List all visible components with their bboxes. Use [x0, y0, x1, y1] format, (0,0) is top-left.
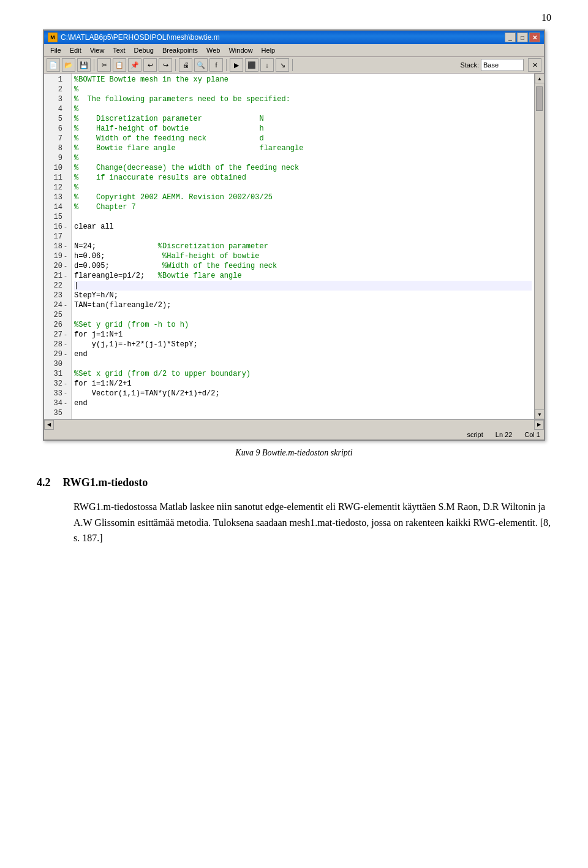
matlab-icon: M — [48, 32, 58, 42]
open-button[interactable]: 📂 — [62, 58, 75, 72]
menu-view[interactable]: View — [86, 45, 108, 55]
line-numbers: 12345678910111213141516-1718-19-20-21-22… — [44, 74, 72, 419]
code-line: % — [74, 183, 532, 192]
code-line: % Half-height of bowtie h — [74, 124, 532, 134]
find-button[interactable]: 🔍 — [194, 58, 208, 72]
code-line: y(j,1)=-h+2*(j-1)*StepY; — [74, 340, 532, 349]
menu-breakpoints[interactable]: Breakpoints — [159, 45, 202, 55]
stepin-button[interactable]: ↘ — [276, 58, 289, 72]
line-number-row: 2 — [44, 85, 71, 94]
line-number-row: 6 — [44, 124, 71, 134]
menu-help[interactable]: Help — [258, 45, 279, 55]
body-text: RWG1.m-tiedostossa Matlab laskee niin sa… — [74, 499, 551, 546]
code-line: end — [74, 349, 532, 359]
line-number-row: 27- — [44, 330, 71, 340]
line-number-row: 18- — [44, 242, 71, 251]
redo-button[interactable]: ↪ — [159, 58, 172, 72]
scrollbar-track[interactable] — [535, 83, 544, 409]
line-number-row: 10 — [44, 163, 71, 173]
code-line: % — [74, 153, 532, 163]
line-number-row: 34- — [44, 398, 71, 408]
code-line: % Copyright 2002 AEMM. Revision 2002/03/… — [74, 192, 532, 202]
line-number-row: 23 — [44, 291, 71, 300]
line-number-row: 32- — [44, 379, 71, 389]
menu-window[interactable]: Window — [225, 45, 256, 55]
line-number-row: 30 — [44, 359, 71, 369]
save-button[interactable]: 💾 — [77, 58, 91, 72]
h-scrollbar-track[interactable] — [54, 420, 534, 430]
code-line: StepY=h/N; — [74, 291, 532, 300]
menu-web[interactable]: Web — [203, 45, 224, 55]
new-file-button[interactable]: 📄 — [47, 58, 60, 72]
code-line: % Change(decrease) the width of the feed… — [74, 163, 532, 173]
vertical-scrollbar[interactable]: ▲ ▼ — [534, 74, 544, 419]
line-number-row: 3 — [44, 94, 71, 104]
line-number-row: 29- — [44, 349, 71, 359]
status-line: Ln 22 — [496, 431, 513, 438]
maximize-button[interactable]: □ — [517, 32, 528, 42]
line-number-row: 9 — [44, 153, 71, 163]
line-number-row: 13 — [44, 192, 71, 202]
matlab-window: M C:\MATLAB6p5\PERHOSDIPOLI\mesh\bowtie.… — [43, 29, 545, 441]
paste-button[interactable]: 📌 — [128, 58, 141, 72]
minimize-button[interactable]: _ — [505, 32, 516, 42]
code-line — [74, 408, 532, 418]
code-area[interactable]: %BOWTIE Bowtie mesh in the xy plane%% Th… — [72, 74, 534, 419]
matlab-toolbar: 📄 📂 💾 ✂ 📋 📌 ↩ ↪ 🖨 🔍 f ▶ ⬛ ↓ ↘ Stack: ✕ — [44, 57, 544, 74]
menu-text[interactable]: Text — [109, 45, 129, 55]
toolbar-close[interactable]: ✕ — [528, 58, 541, 72]
code-line — [74, 232, 532, 242]
stack-input[interactable] — [481, 59, 524, 71]
scroll-down-button[interactable]: ▼ — [535, 409, 545, 419]
line-number-row: 14 — [44, 202, 71, 212]
body-paragraph-1: RWG1.m-tiedostossa Matlab laskee niin sa… — [74, 499, 551, 546]
scroll-right-button[interactable]: ▶ — [534, 420, 544, 430]
figure-caption: Kuva 9 Bowtie.m-tiedoston skripti — [37, 448, 551, 458]
run-button[interactable]: ▶ — [230, 58, 243, 72]
section-heading: 4.2 RWG1.m-tiedosto — [37, 476, 551, 489]
toolbar-sep-2 — [175, 59, 176, 71]
matlab-statusbar: script Ln 22 Col 1 — [44, 429, 544, 440]
line-number-row: 33- — [44, 389, 71, 398]
code-line: d=0.005; %Width of the feeding neck — [74, 261, 532, 271]
toolbar-sep-4 — [292, 59, 293, 71]
scroll-up-button[interactable]: ▲ — [535, 74, 545, 83]
code-line — [74, 212, 532, 222]
code-line: N=24; %Discretization parameter — [74, 242, 532, 251]
line-number-row: 11 — [44, 173, 71, 183]
line-number-row: 16- — [44, 222, 71, 232]
line-number-row: 26 — [44, 320, 71, 330]
stop-button[interactable]: ⬛ — [245, 58, 258, 72]
line-number-row: 31 — [44, 369, 71, 379]
horizontal-scrollbar[interactable]: ◀ ▶ — [44, 419, 544, 429]
code-line: | — [74, 281, 532, 291]
scrollbar-thumb[interactable] — [536, 86, 543, 111]
print-button[interactable]: 🖨 — [179, 58, 192, 72]
line-number-row: 5 — [44, 114, 71, 124]
line-number-row: 4 — [44, 104, 71, 114]
line-number-row: 22 — [44, 281, 71, 291]
line-number-row: 24- — [44, 300, 71, 310]
toolbar-sep-3 — [226, 59, 227, 71]
copy-button[interactable]: 📋 — [113, 58, 126, 72]
code-line: for j=1:N+1 — [74, 330, 532, 340]
menu-edit[interactable]: Edit — [66, 45, 85, 55]
func-button[interactable]: f — [209, 58, 223, 72]
cut-button[interactable]: ✂ — [97, 58, 111, 72]
code-line: Vector(i,1)=TAN*y(N/2+i)+d/2; — [74, 389, 532, 398]
line-number-row: 17 — [44, 232, 71, 242]
code-line — [74, 310, 532, 320]
code-line: % — [74, 85, 532, 94]
line-number-row: 28- — [44, 340, 71, 349]
toolbar-stack: Stack: — [460, 59, 524, 71]
close-button[interactable]: ✕ — [529, 32, 540, 42]
step-button[interactable]: ↓ — [260, 58, 274, 72]
undo-button[interactable]: ↩ — [143, 58, 157, 72]
menu-file[interactable]: File — [47, 45, 65, 55]
scroll-left-button[interactable]: ◀ — [44, 420, 54, 430]
line-number-row: 25 — [44, 310, 71, 320]
code-line: % Chapter 7 — [74, 202, 532, 212]
code-line: % — [74, 104, 532, 114]
code-line: flareangle=pi/2; %Bowtie flare angle — [74, 271, 532, 281]
menu-debug[interactable]: Debug — [130, 45, 157, 55]
